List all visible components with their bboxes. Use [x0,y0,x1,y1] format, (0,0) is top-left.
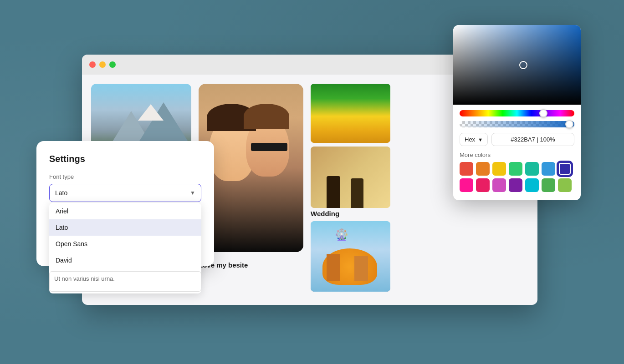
swatch-green[interactable] [509,162,522,176]
swatch-purple[interactable] [509,178,522,192]
alpha-slider-track[interactable] [460,121,574,127]
color-format-select[interactable]: Hex ▼ [460,133,488,146]
swatch-cyan[interactable] [525,178,539,192]
font-option-david[interactable]: David [49,252,201,268]
swatch-indigo[interactable] [558,162,572,176]
swatch-blue[interactable] [542,162,555,176]
color-value-input[interactable]: #322BA7 | 100% [491,133,574,146]
photo-wedding [311,147,390,208]
traffic-light-close[interactable] [89,61,96,68]
font-option-lato[interactable]: Lato [49,219,201,236]
color-gradient-area[interactable] [453,25,581,105]
swatch-red[interactable] [460,162,473,176]
photo-flowers [311,84,390,143]
color-picker-controls: Hex ▼ #322BA7 | 100% More colors [453,105,581,200]
wedding-section: Wedding [311,147,390,217]
photo-col-right: Wedding 🎡 [311,84,390,296]
dropdown-arrow-icon: ▼ [190,190,195,196]
color-format-value: Hex [465,136,475,143]
settings-panel: Settings Font type Lato ▼ Ariel Lato Ope… [36,141,214,266]
font-select-display[interactable]: Lato ▼ [49,184,201,202]
font-preview-textarea[interactable]: Ut non varius nisi urna. [49,271,201,292]
traffic-light-fullscreen[interactable] [109,61,116,68]
more-colors-label: More colors [460,152,574,158]
font-option-opensans[interactable]: Open Sans [49,236,201,252]
swatch-magenta[interactable] [492,178,506,192]
font-dropdown: Ariel Lato Open Sans David Ut non varius… [49,203,201,293]
color-swatches-row2 [460,178,574,192]
hue-slider-track[interactable] [460,110,574,116]
swatch-lime[interactable] [558,178,572,192]
swatch-lime-green[interactable] [542,178,555,192]
photo-col-center: Love my besite [199,84,303,296]
color-swatches-row1 [460,162,574,176]
swatch-teal[interactable] [525,162,539,176]
font-type-label: Font type [49,173,201,180]
hue-slider-thumb [539,109,547,117]
font-selected-value: Lato [55,189,67,197]
color-format-row: Hex ▼ #322BA7 | 100% [460,133,574,146]
color-picker-panel: Hex ▼ #322BA7 | 100% More colors [453,25,581,200]
photo-carousel: 🎡 [311,221,390,292]
swatch-orange[interactable] [476,162,490,176]
alpha-slider-thumb [565,120,573,128]
portrait-label: Love my besite [199,261,303,269]
color-format-arrow-icon: ▼ [478,137,483,142]
photo-portrait [199,84,303,252]
font-option-ariel[interactable]: Ariel [49,203,201,219]
swatch-yellow[interactable] [492,162,506,176]
color-picker-cursor [519,61,527,69]
swatch-hotpink[interactable] [460,178,473,192]
settings-title: Settings [49,154,201,164]
swatch-pink[interactable] [476,178,490,192]
font-select-wrapper: Lato ▼ Ariel Lato Open Sans David Ut non… [49,184,201,202]
traffic-light-minimize[interactable] [99,61,106,68]
